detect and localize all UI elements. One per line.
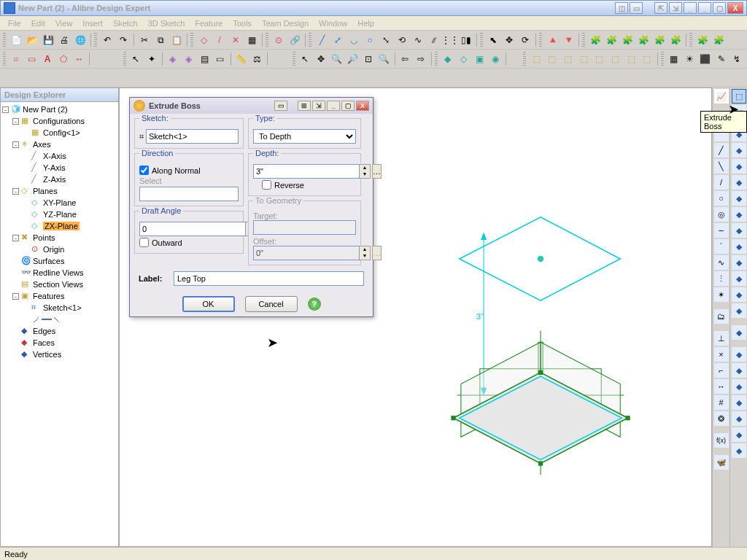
link-icon[interactable]: 🔗 — [287, 33, 302, 47]
menu-window[interactable]: Window — [314, 18, 352, 29]
feature-9-icon[interactable]: ◆ — [732, 223, 746, 238]
rail-butterfly-icon[interactable]: 🦋 — [714, 455, 729, 470]
ref-line-icon[interactable]: ⤡ — [379, 33, 393, 47]
tree-node-config-1-[interactable]: ▦Config<1> — [2, 127, 117, 139]
menu-insert[interactable]: Insert — [77, 18, 108, 29]
tree-node-sketch-1-[interactable]: ⌗Sketch<1> — [2, 302, 117, 314]
poly-tool-icon[interactable]: ⬠ — [56, 52, 71, 66]
pointer-icon[interactable]: ↖ — [129, 52, 144, 66]
line-icon[interactable]: ╱ — [314, 33, 329, 47]
measure-icon[interactable]: 📏 — [234, 52, 249, 66]
assembly-8-icon[interactable]: 🧩 — [711, 33, 726, 47]
tree-node-redline-views[interactable]: 👓Redline Views — [2, 267, 117, 279]
close-button[interactable]: X — [727, 2, 743, 14]
rail-target-icon[interactable]: ◎ — [714, 207, 729, 222]
tree-node-configurations[interactable]: -▦Configurations — [2, 115, 117, 127]
dialog-min-icon[interactable]: ▭ — [274, 101, 287, 111]
prev-view-icon[interactable]: ⇦ — [398, 52, 413, 66]
select-icon[interactable]: ↖ — [298, 52, 313, 66]
sketch-b-icon[interactable]: 🔻 — [561, 33, 576, 47]
render5-icon[interactable]: ↯ — [729, 52, 744, 66]
line2-icon[interactable]: ⤢ — [330, 33, 345, 47]
pattern-icon[interactable]: ⋮⋮ — [443, 33, 457, 47]
depth-field[interactable] — [253, 164, 360, 179]
rail-fx-icon[interactable]: f(x) — [714, 433, 729, 448]
tree-node-edges[interactable]: ◆Edges — [2, 325, 117, 337]
circle-tool-icon[interactable]: ○ — [9, 52, 23, 66]
rail-corner-icon[interactable]: ⌐ — [714, 363, 729, 378]
depth-down-icon[interactable]: ▼ — [360, 171, 370, 178]
tree-node-origin[interactable]: ⊙Origin — [2, 244, 117, 255]
dim-tool-icon[interactable]: ↔ — [72, 52, 87, 66]
dialog-min2-icon[interactable]: _ — [327, 101, 340, 111]
feature-12-icon[interactable]: ◆ — [732, 271, 746, 286]
menu-help[interactable]: Help — [352, 18, 379, 29]
help-icon[interactable]: ? — [308, 298, 321, 311]
render2-icon[interactable]: ☀ — [682, 52, 697, 66]
assembly-3-icon[interactable]: 🧩 — [620, 33, 635, 47]
text-tool-icon[interactable]: A — [40, 52, 55, 66]
render1-icon[interactable]: ▦ — [667, 52, 681, 66]
grid-tool-icon[interactable]: ▦ — [244, 33, 259, 47]
rect-tool-icon[interactable]: ▭ — [25, 52, 39, 66]
shade2-icon[interactable]: ◇ — [457, 52, 471, 66]
feature-13-icon[interactable]: ◆ — [732, 287, 746, 302]
feature-20-icon[interactable]: ◆ — [732, 411, 746, 426]
mirror-icon[interactable]: ▯▮ — [459, 33, 473, 47]
rail-tilde-icon[interactable]: ∼ — [714, 223, 729, 238]
depth-up-icon[interactable]: ▲ — [360, 165, 370, 171]
save-icon[interactable]: 💾 — [41, 33, 55, 47]
tree[interactable]: -🧊New Part (2)-▦Configurations▦Config<1>… — [1, 102, 118, 546]
ref-arc-icon[interactable]: ⟲ — [395, 33, 409, 47]
feature-18-icon[interactable]: ◆ — [732, 379, 746, 394]
pan-icon[interactable]: ✥ — [314, 52, 328, 66]
tree-node-surfaces[interactable]: 🌀Surfaces — [2, 255, 117, 267]
rail-hash-icon[interactable]: # — [714, 395, 729, 410]
next-view-icon[interactable]: ⇨ — [414, 52, 428, 66]
tree-node-section-views[interactable]: ▤Section Views — [2, 279, 117, 290]
menu-edit[interactable]: Edit — [26, 18, 50, 29]
menu-team-design[interactable]: Team Design — [257, 18, 314, 29]
rail-star-icon[interactable]: ✶ — [714, 287, 729, 302]
menu-feature[interactable]: Feature — [190, 18, 228, 29]
redo-icon[interactable]: ↷ — [116, 33, 131, 47]
rail-gear2-icon[interactable]: ❂ — [714, 411, 729, 426]
zoom-in-icon[interactable]: 🔎 — [346, 52, 360, 66]
dialog-titlebar[interactable]: Extrude Boss ▭ ⊞ ⇲ _ ▢ X — [130, 98, 373, 114]
shade4-icon[interactable]: ◉ — [488, 52, 503, 66]
select-arrow-icon[interactable]: ⬉ — [486, 33, 500, 47]
dialog-max-icon[interactable]: ▢ — [341, 101, 355, 111]
move-icon[interactable]: ✥ — [502, 33, 516, 47]
3d-box2-icon[interactable]: ◈ — [182, 52, 196, 66]
assembly-7-icon[interactable]: 🧩 — [695, 33, 710, 47]
menu-tools[interactable]: Tools — [228, 18, 257, 29]
zoom-fit-icon[interactable]: 🔍 — [330, 52, 344, 66]
assembly-2-icon[interactable]: 🧩 — [604, 33, 619, 47]
new-icon[interactable]: 📄 — [9, 33, 23, 47]
iso3-icon[interactable]: ⬚ — [561, 52, 576, 66]
iso2-icon[interactable]: ⬚ — [545, 52, 560, 66]
outward-checkbox[interactable] — [139, 238, 149, 247]
feature-10-icon[interactable]: ◆ — [732, 239, 746, 254]
feature-22-icon[interactable]: ◆ — [732, 443, 746, 458]
feature-16-icon[interactable]: ◆ — [732, 347, 746, 362]
feature-11-icon[interactable]: ◆ — [732, 255, 746, 270]
feature-19-icon[interactable]: ◆ — [732, 395, 746, 410]
iso1-icon[interactable]: ⬚ — [529, 52, 543, 66]
tree-node-x-axis[interactable]: ╱X-Axis — [2, 150, 117, 162]
tree-node-z-axis[interactable]: ╱Z-Axis — [2, 174, 117, 185]
assembly-5-icon[interactable]: 🧩 — [652, 33, 667, 47]
extrude-boss-icon[interactable]: ⬚ — [732, 89, 746, 104]
menu-file[interactable]: File — [3, 18, 26, 29]
feature-17-icon[interactable]: ◆ — [732, 363, 746, 378]
arc-icon[interactable]: ◡ — [347, 33, 361, 47]
tree-node-axes[interactable]: -✳Axes — [2, 139, 117, 150]
sketch-a-icon[interactable]: 🔺 — [545, 33, 560, 47]
point-tool-icon[interactable]: ✕ — [228, 33, 243, 47]
rail-perp-icon[interactable]: ⊥ — [714, 331, 729, 346]
tree-node-yz-plane[interactable]: ◇YZ-Plane — [2, 209, 117, 220]
zoom-out-icon[interactable]: 🔍 — [377, 52, 392, 66]
ok-button[interactable]: OK — [182, 296, 235, 312]
menu-3d-sketch[interactable]: 3D Sketch — [143, 18, 190, 29]
btn-aux2[interactable]: ▭ — [630, 2, 643, 14]
